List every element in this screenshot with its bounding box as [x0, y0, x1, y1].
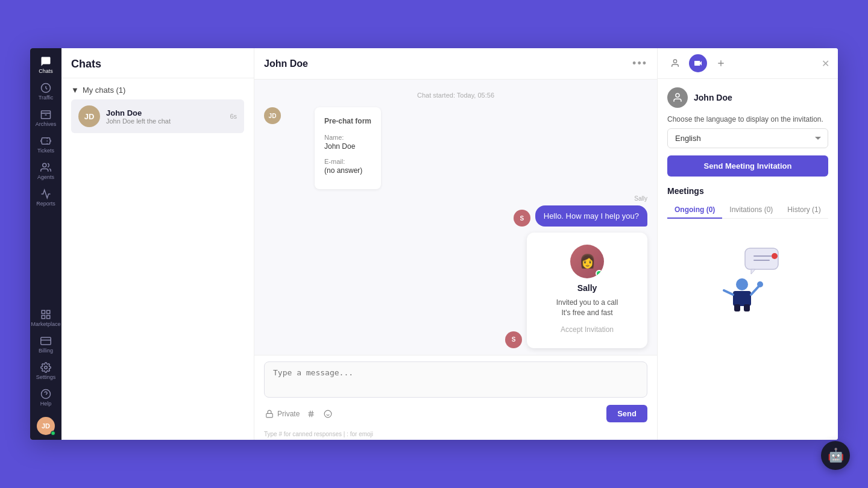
canned-responses-button[interactable]: [306, 408, 316, 419]
app-window: Chats Traffic Archives Tickets Agents Re…: [30, 48, 838, 440]
svg-rect-4: [47, 310, 50, 313]
svg-rect-5: [47, 316, 50, 319]
svg-rect-3: [42, 310, 45, 313]
chat-info: John Doe John Doe left the chat: [106, 108, 224, 125]
sidebar-chats-label: Chats: [39, 68, 53, 74]
svg-line-32: [751, 286, 759, 295]
call-name: Sally: [577, 283, 597, 293]
chat-bubble: Hello. How may I help you?: [535, 205, 647, 227]
svg-point-2: [43, 163, 46, 167]
svg-point-9: [45, 366, 48, 369]
language-select[interactable]: English French Spanish German: [667, 128, 828, 148]
left-sidebar: Chats Traffic Archives Tickets Agents Re…: [30, 48, 61, 440]
right-panel-body: John Doe Choose the language to display …: [658, 79, 838, 440]
sidebar-item-traffic[interactable]: Traffic: [34, 80, 58, 104]
svg-rect-24: [745, 248, 778, 269]
meetings-empty-illustration: [667, 227, 828, 324]
sidebar-settings-label: Settings: [36, 374, 56, 380]
right-panel: ✕ John Doe Choose the language to displa…: [657, 48, 838, 440]
lang-prompt: Choose the language to display on the in…: [667, 115, 828, 124]
chat-contact-name: John Doe: [264, 58, 308, 69]
add-button[interactable]: [712, 54, 730, 72]
sidebar-traffic-label: Traffic: [39, 95, 54, 101]
jd-avatar: JD: [264, 107, 281, 124]
svg-line-31: [724, 290, 733, 295]
close-panel-button[interactable]: ✕: [822, 58, 829, 69]
sidebar-item-marketplace[interactable]: Marketplace: [34, 306, 58, 330]
chat-messages: Chat started: Today, 05:56 JD Pre-chat f…: [254, 80, 657, 355]
tab-history[interactable]: History (1): [780, 202, 828, 219]
chat-preview: John Doe left the chat: [106, 117, 224, 125]
message-row-sally: Sally Hello. How may I help you? S: [264, 195, 647, 227]
avatar[interactable]: JD: [37, 417, 55, 435]
more-options-button[interactable]: •••: [632, 57, 647, 70]
svg-point-35: [757, 281, 763, 287]
emoji-button[interactable]: [322, 408, 333, 419]
sidebar-item-settings[interactable]: Settings: [34, 359, 58, 383]
svg-rect-7: [41, 337, 51, 345]
sidebar-marketplace-label: Marketplace: [31, 321, 60, 327]
sidebar-item-chats[interactable]: Chats: [34, 53, 58, 77]
private-toggle[interactable]: Private: [264, 408, 300, 419]
pre-chat-name-field: Name: John Doe: [324, 131, 371, 151]
svg-point-23: [676, 93, 679, 97]
sidebar-item-agents[interactable]: Agents: [34, 159, 58, 183]
bot-fab[interactable]: 🤖: [821, 441, 850, 470]
tab-invitations[interactable]: Invitations (0): [722, 202, 780, 219]
chat-hint: Type # for canned responses | : for emoj…: [254, 428, 657, 440]
emoji-icon: [322, 408, 333, 419]
svg-line-15: [310, 410, 310, 417]
chat-started-msg: Chat started: Today, 05:56: [264, 92, 647, 99]
send-meeting-invitation-button[interactable]: Send Meeting Invitation: [667, 155, 828, 177]
pre-chat-form: Pre-chat form Name: John Doe E-mail: (no…: [315, 107, 381, 189]
meetings-section: Meetings Ongoing (0) Invitations (0) His…: [667, 186, 828, 324]
chevron-down-icon: ▼: [71, 86, 79, 95]
chats-panel: Chats ▼ My chats (1) JD John Doe John Do…: [61, 48, 254, 440]
meetings-tabs: Ongoing (0) Invitations (0) History (1): [667, 202, 828, 219]
svg-rect-33: [734, 304, 740, 311]
sender-label-sally: Sally: [634, 195, 647, 202]
chat-list-item[interactable]: JD John Doe John Doe left the chat 6s: [71, 99, 244, 133]
chats-panel-title: Chats: [71, 58, 244, 78]
chat-input-area: Private Send: [254, 355, 657, 428]
contact-row: John Doe: [667, 87, 828, 108]
tab-ongoing[interactable]: Ongoing (0): [667, 202, 722, 219]
sidebar-archives-label: Archives: [36, 121, 57, 127]
sidebar-item-help[interactable]: Help: [34, 386, 58, 410]
chat-main: John Doe ••• Chat started: Today, 05:56 …: [254, 48, 657, 440]
call-text: Invited you to a call It's free and fast: [556, 298, 618, 318]
sidebar-item-billing[interactable]: Billing: [34, 333, 58, 357]
accept-invitation-button[interactable]: Accept Invitation: [561, 323, 614, 336]
pre-chat-email-field: E-mail: (no answer): [324, 155, 371, 175]
sally-avatar: S: [514, 210, 530, 227]
pre-chat-form-title: Pre-chat form: [324, 117, 371, 125]
meetings-title: Meetings: [667, 186, 828, 196]
chat-time: 6s: [230, 113, 237, 120]
sidebar-item-tickets[interactable]: Tickets: [34, 133, 58, 157]
chat-main-header: John Doe •••: [254, 48, 657, 80]
video-call-button[interactable]: [689, 54, 707, 72]
svg-point-20: [673, 60, 676, 63]
chat-name: John Doe: [106, 108, 224, 117]
svg-rect-6: [42, 316, 45, 319]
lock-icon: [264, 408, 275, 419]
sidebar-help-label: Help: [40, 401, 52, 407]
sidebar-tickets-label: Tickets: [37, 148, 54, 154]
sidebar-billing-label: Billing: [39, 348, 53, 354]
input-toolbar: Private Send: [264, 405, 647, 422]
sidebar-item-archives[interactable]: Archives: [34, 106, 58, 130]
svg-line-16: [312, 410, 313, 417]
my-chats-label[interactable]: ▼ My chats (1): [71, 86, 244, 95]
contact-info-button[interactable]: [666, 54, 684, 72]
message-input[interactable]: [264, 361, 647, 398]
bot-icon: 🤖: [828, 448, 844, 463]
sidebar-item-reports[interactable]: Reports: [34, 186, 58, 210]
svg-point-28: [772, 253, 778, 259]
sidebar-reports-label: Reports: [36, 201, 55, 207]
call-invite-row: 👩 Sally Invited you to a call It's free …: [264, 233, 647, 348]
pre-chat-form-row: JD Pre-chat form Name: John Doe E-mail: …: [264, 107, 647, 189]
svg-rect-34: [744, 304, 750, 311]
online-indicator: [51, 431, 55, 436]
svg-point-29: [736, 278, 748, 290]
send-button[interactable]: Send: [606, 405, 647, 422]
